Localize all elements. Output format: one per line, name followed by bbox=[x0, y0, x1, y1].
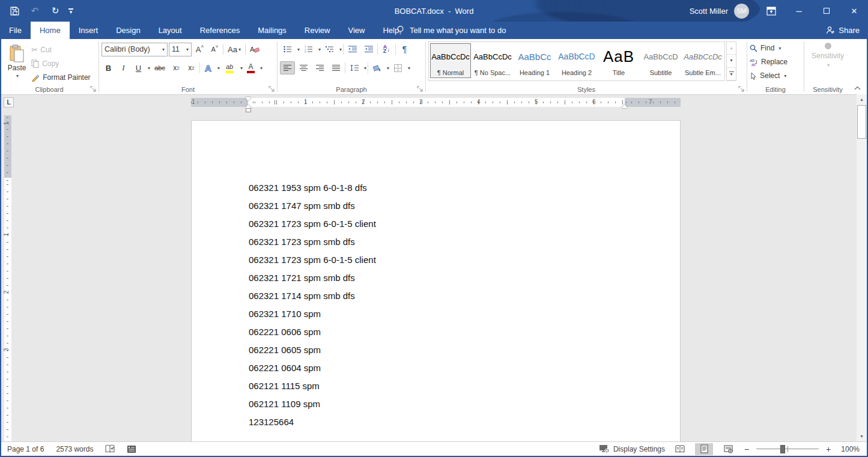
shading-caret-icon[interactable]: ▾ bbox=[387, 65, 389, 71]
redo-icon[interactable]: ↻ bbox=[48, 4, 62, 18]
avatar[interactable]: SM bbox=[734, 4, 749, 19]
grow-font-button[interactable]: A˄ bbox=[193, 43, 207, 56]
minimize-button[interactable]: ─ bbox=[785, 0, 813, 22]
font-dialog-launcher-icon[interactable] bbox=[269, 86, 275, 92]
zoom-slider-thumb[interactable] bbox=[780, 445, 785, 453]
macro-record-icon[interactable] bbox=[127, 445, 136, 453]
document-line[interactable]: 062221 0604 spm bbox=[249, 359, 680, 377]
styles-dialog-launcher-icon[interactable] bbox=[738, 86, 745, 92]
highlight-caret-icon[interactable]: ▾ bbox=[240, 65, 243, 71]
scroll-down-icon[interactable]: ▾ bbox=[857, 432, 866, 441]
line-spacing-caret-icon[interactable]: ▾ bbox=[364, 65, 366, 71]
display-settings-button[interactable]: Display Settings bbox=[599, 444, 665, 453]
highlight-color-button[interactable]: ab bbox=[221, 61, 238, 74]
align-right-button[interactable] bbox=[312, 61, 327, 74]
text-effects-caret-icon[interactable]: ▾ bbox=[217, 65, 220, 71]
ribbon-tab[interactable]: Mailings bbox=[249, 22, 296, 39]
share-button[interactable]: Share bbox=[826, 22, 860, 39]
document-line[interactable]: 062121 1109 spm bbox=[249, 395, 680, 413]
tell-me-box[interactable]: Tell me what you want to do bbox=[396, 22, 506, 39]
bold-button[interactable]: B bbox=[102, 61, 115, 74]
style-card[interactable]: AaB Title bbox=[598, 43, 639, 78]
word-count[interactable]: 2573 words bbox=[56, 445, 93, 453]
print-layout-button[interactable] bbox=[695, 443, 713, 455]
web-layout-button[interactable] bbox=[719, 443, 737, 455]
line-spacing-button[interactable] bbox=[347, 61, 362, 74]
numbering-button[interactable]: 123 bbox=[301, 43, 316, 56]
collapse-ribbon-button[interactable] bbox=[851, 83, 863, 92]
document-line[interactable]: 062221 0605 spm bbox=[249, 341, 680, 359]
bullets-caret-icon[interactable]: ▾ bbox=[297, 47, 300, 52]
ribbon-tab[interactable]: Insert bbox=[70, 22, 108, 39]
scrollbar-thumb[interactable] bbox=[857, 105, 866, 139]
font-size-combo[interactable]: 11▾ bbox=[169, 43, 192, 56]
style-card[interactable]: AaBbCcDc ¶ Normal bbox=[430, 43, 471, 78]
document-line[interactable]: 062321 1723 spm smb dfs bbox=[249, 233, 680, 251]
shading-button[interactable] bbox=[369, 61, 384, 74]
find-button[interactable]: Find ▾ bbox=[750, 42, 801, 54]
change-case-button[interactable]: Aa▾ bbox=[225, 43, 244, 56]
align-left-button[interactable] bbox=[280, 61, 295, 74]
document-line[interactable]: 123125664 bbox=[249, 413, 680, 431]
zoom-level[interactable]: 100% bbox=[838, 445, 860, 453]
close-button[interactable]: ✕ bbox=[840, 0, 868, 22]
tab-stop-selector[interactable]: L bbox=[4, 97, 14, 107]
borders-button[interactable] bbox=[390, 61, 405, 74]
document-line[interactable]: 062321 1747 spm smb dfs bbox=[249, 197, 680, 215]
left-indent-marker[interactable] bbox=[246, 108, 251, 112]
document-line[interactable]: 062321 1721 spm smb dfs bbox=[249, 269, 680, 287]
ribbon-tab[interactable]: Review bbox=[296, 22, 339, 39]
style-card[interactable]: AaBbCcDc ¶ No Spac... bbox=[472, 43, 513, 78]
document-line[interactable]: 062221 0606 spm bbox=[249, 323, 680, 341]
ribbon-tab[interactable]: View bbox=[339, 22, 374, 39]
style-card[interactable]: AaBbCcDc Subtle Em... bbox=[682, 43, 723, 78]
proofing-check-icon[interactable] bbox=[105, 444, 115, 453]
maximize-button[interactable] bbox=[813, 0, 840, 22]
strikethrough-button[interactable]: abc bbox=[151, 61, 168, 74]
select-button[interactable]: Select ▾ bbox=[750, 70, 801, 82]
show-hide-paragraph-button[interactable]: ¶ bbox=[397, 43, 412, 56]
document-line[interactable]: 062121 1115 spm bbox=[249, 377, 680, 395]
document-line[interactable]: 062321 1723 spm 6-0-1-5 client bbox=[249, 215, 680, 233]
scroll-up-icon[interactable]: ▴ bbox=[857, 95, 866, 104]
styles-scroll-up-icon[interactable]: ▴ bbox=[727, 42, 736, 55]
font-color-button[interactable]: A bbox=[244, 61, 258, 74]
ribbon-tab[interactable]: References bbox=[191, 22, 249, 39]
style-card[interactable]: AaBbCcD Subtitle bbox=[640, 43, 681, 78]
page-indicator[interactable]: Page 1 of 6 bbox=[7, 445, 44, 453]
hanging-indent-marker[interactable] bbox=[245, 101, 251, 108]
vertical-ruler[interactable]: 1 123 bbox=[4, 115, 11, 441]
copy-button[interactable]: Copy bbox=[31, 58, 96, 70]
borders-caret-icon[interactable]: ▾ bbox=[408, 65, 410, 71]
font-color-caret-icon[interactable]: ▾ bbox=[260, 65, 263, 71]
decrease-indent-button[interactable] bbox=[345, 43, 360, 56]
align-center-button[interactable] bbox=[296, 61, 311, 74]
bullets-button[interactable] bbox=[280, 43, 295, 56]
ribbon-tab[interactable]: File bbox=[0, 22, 31, 39]
increase-indent-button[interactable] bbox=[361, 43, 376, 56]
style-card[interactable]: AaBbCc Heading 1 bbox=[514, 43, 555, 78]
undo-icon[interactable]: ↶ bbox=[28, 4, 42, 18]
ribbon-display-options-icon[interactable] bbox=[757, 0, 785, 22]
multilevel-list-button[interactable] bbox=[322, 43, 337, 56]
save-icon[interactable] bbox=[7, 4, 22, 18]
subscript-button[interactable]: x2 bbox=[169, 61, 183, 74]
horizontal-ruler[interactable]: 1 123456 7 bbox=[191, 98, 681, 107]
ribbon-tab[interactable]: Home bbox=[31, 22, 70, 39]
cut-button[interactable]: ✂ Cut bbox=[31, 44, 96, 56]
document-line[interactable]: 062321 1710 spm bbox=[249, 305, 680, 323]
numbering-caret-icon[interactable]: ▾ bbox=[318, 47, 321, 52]
style-card[interactable]: AaBbCcD Heading 2 bbox=[556, 43, 597, 78]
ribbon-tab[interactable]: Design bbox=[107, 22, 149, 39]
underline-button[interactable]: U bbox=[132, 61, 145, 74]
document-page[interactable]: 062321 1953 spm 6-0-1-8 dfs062321 1747 s… bbox=[191, 120, 681, 441]
clear-formatting-button[interactable]: A bbox=[247, 43, 263, 56]
document-line[interactable]: 062321 1723 spm 6-0-1-5 client bbox=[249, 251, 680, 269]
shrink-font-button[interactable]: A˅ bbox=[208, 43, 222, 56]
underline-caret-icon[interactable]: ▾ bbox=[148, 65, 150, 71]
zoom-in-button[interactable]: + bbox=[825, 444, 832, 454]
styles-gallery-more-icon[interactable]: ▾ bbox=[727, 68, 736, 80]
superscript-button[interactable]: x2 bbox=[184, 61, 198, 74]
ribbon-tab[interactable]: Layout bbox=[150, 22, 191, 39]
sort-button[interactable]: AZ↓ bbox=[379, 43, 394, 56]
